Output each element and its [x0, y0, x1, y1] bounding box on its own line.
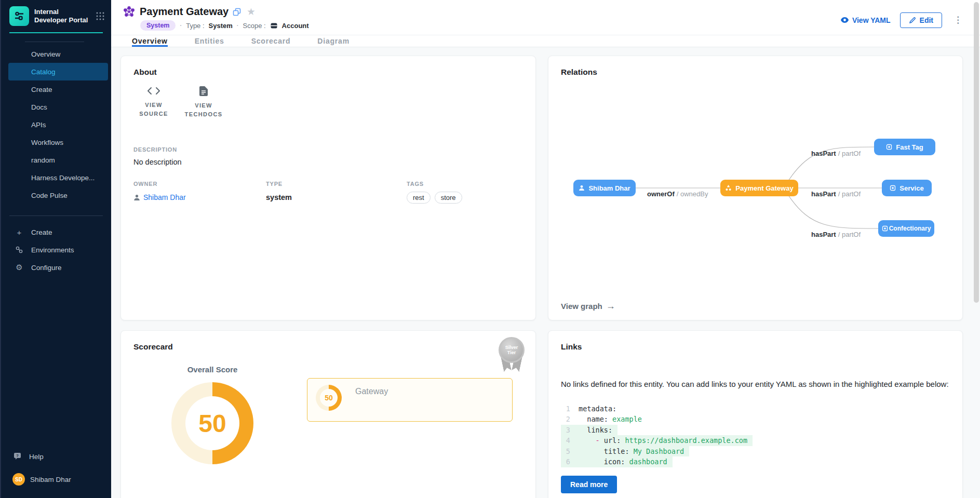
view-graph-link[interactable]: View graph →: [561, 301, 615, 312]
relation-node-confectionary[interactable]: Confectionary: [878, 220, 934, 237]
nav-divider: [25, 42, 84, 42]
code-line: 1metadata:: [561, 403, 950, 414]
tier-badge-label: Silver Tier: [503, 345, 520, 356]
overall-score-label: Overall Score: [171, 365, 253, 374]
code-line-highlighted: 4 - url: https://dashboard.example.com: [561, 435, 950, 446]
sidebar-item-harness-developer[interactable]: Harness Develope...: [8, 169, 108, 186]
relations-card: Relations Shibam Dhar Payment Gate: [548, 56, 963, 320]
tag-chip: store: [435, 192, 462, 204]
node-label: Fast Tag: [896, 143, 923, 151]
portal-logo-icon: [9, 6, 29, 26]
tab-overview[interactable]: Overview: [132, 35, 168, 47]
scorecard-title: Scorecard: [133, 342, 523, 352]
view-graph-label: View graph: [561, 302, 602, 311]
edit-button[interactable]: Edit: [900, 12, 942, 28]
edge-label-haspart-mid: hasPart/ partOf: [811, 190, 861, 198]
yaml-example-code: 1metadata: 2 name: example 3 links: 4 - …: [561, 403, 950, 467]
component-chip-icon: [882, 225, 888, 232]
view-techdocs-label: VIEW TECHDOCS: [183, 101, 224, 118]
scope-value: Account: [282, 22, 309, 30]
code-line-highlighted: 6 icon: dashboard: [561, 456, 950, 467]
pencil-icon: [909, 17, 916, 24]
entity-header: Payment Gateway ★ System · Type : System…: [111, 0, 980, 35]
avatar: SD: [12, 473, 25, 486]
tags-label: TAGS: [407, 181, 523, 187]
node-label: Shibam Dhar: [588, 184, 630, 192]
relation-node-shibam-dhar[interactable]: Shibam Dhar: [573, 180, 636, 196]
sidebar-nav: Overview Catalog Create Docs APIs Workfl…: [1, 45, 111, 204]
type-field-label: TYPE: [266, 181, 407, 187]
scope-label: Scope :: [243, 22, 266, 30]
view-source-button[interactable]: VIEW SOURCE: [133, 86, 174, 118]
sidebar-item-workflows[interactable]: Workflows: [8, 133, 108, 151]
sidebar-item-random[interactable]: random: [8, 151, 108, 169]
scorecard-gateway-card[interactable]: 50 Gateway: [307, 378, 513, 422]
module-grid-icon[interactable]: [96, 11, 105, 21]
dot-separator: ·: [180, 22, 182, 29]
eye-icon: [840, 17, 849, 23]
sidebar-action-configure[interactable]: ⚙ Configure: [1, 259, 111, 276]
owner-label: OWNER: [133, 181, 266, 187]
tab-entities[interactable]: Entities: [195, 35, 224, 47]
user-menu[interactable]: SD Shibam Dhar: [1, 466, 111, 489]
tab-scorecard[interactable]: Scorecard: [251, 35, 291, 47]
overall-score-value: 50: [198, 409, 226, 438]
sidebar-item-docs[interactable]: Docs: [8, 98, 108, 116]
tab-diagram[interactable]: Diagram: [317, 35, 350, 47]
sidebar-action-environments[interactable]: Environments: [1, 241, 111, 259]
account-scope-icon: [270, 22, 278, 30]
links-title: Links: [561, 342, 950, 352]
copy-icon[interactable]: [233, 8, 241, 16]
component-chip-icon: [886, 144, 892, 150]
code-line-highlighted: 3 links:: [561, 425, 950, 436]
edit-label: Edit: [920, 16, 933, 24]
owner-link[interactable]: Shibam Dhar: [133, 193, 266, 201]
more-options-icon[interactable]: ⋮: [951, 15, 964, 25]
person-icon: [579, 185, 585, 191]
owner-name: Shibam Dhar: [143, 193, 186, 201]
sidebar-item-overview[interactable]: Overview: [8, 45, 108, 63]
edge-label-ownerof: ownerOf/ ownedBy: [647, 190, 708, 198]
sidebar-action-label: Environments: [31, 246, 74, 254]
view-yaml-label: View YAML: [852, 16, 891, 24]
overview-content: About VIEW SOURCE VIEW TECHDOCS DESCRIPT…: [111, 47, 980, 498]
relation-node-fast-tag[interactable]: Fast Tag: [874, 139, 935, 155]
favorite-star-icon[interactable]: ★: [245, 7, 257, 17]
system-icon: [725, 185, 732, 191]
plus-icon: +: [15, 228, 24, 237]
relation-node-service[interactable]: Service: [882, 180, 932, 196]
kind-badge: System: [140, 20, 176, 31]
gear-icon: ⚙: [15, 263, 24, 272]
sidebar-item-code-pulse[interactable]: Code Pulse: [8, 186, 108, 204]
description-label: DESCRIPTION: [133, 146, 523, 153]
component-chip-icon: [890, 185, 896, 191]
help-button[interactable]: ? Help: [1, 447, 111, 466]
links-card: Links No links defined for this entity. …: [548, 330, 963, 498]
view-yaml-button[interactable]: View YAML: [840, 16, 891, 24]
sidebar-item-catalog[interactable]: Catalog: [8, 63, 108, 80]
description-value: No description: [133, 158, 523, 166]
view-source-label: VIEW SOURCE: [133, 101, 174, 118]
view-techdocs-button[interactable]: VIEW TECHDOCS: [183, 86, 224, 118]
tag-chip: rest: [407, 192, 431, 204]
brand-divider: [9, 32, 103, 33]
sidebar-item-apis[interactable]: APIs: [8, 116, 108, 133]
sidebar-item-create[interactable]: Create: [8, 80, 108, 98]
sidebar-action-create[interactable]: + Create: [1, 223, 111, 241]
environments-icon: [15, 246, 24, 254]
nav-divider: [9, 216, 103, 216]
relations-graph: Shibam Dhar Payment Gateway Fast Tag Ser…: [548, 56, 962, 320]
edge-label-haspart-top: hasPart/ partOf: [811, 150, 861, 157]
type-label: Type :: [186, 22, 204, 30]
silver-tier-seal-icon: Silver Tier: [499, 337, 525, 363]
gateway-card-label: Gateway: [355, 387, 388, 396]
relation-node-payment-gateway[interactable]: Payment Gateway: [720, 180, 798, 196]
read-more-button[interactable]: Read more: [561, 476, 617, 493]
vertical-scrollbar[interactable]: [974, 2, 979, 303]
scorecard-card: Scorecard Silver Tier Overall Score 50: [120, 330, 536, 498]
arrow-right-icon: →: [606, 301, 615, 312]
dot-separator: ·: [237, 22, 239, 29]
sidebar-action-label: Create: [31, 228, 52, 236]
tier-badge: Silver Tier: [498, 337, 525, 373]
app-root: Internal Developer Portal Overview Catal…: [0, 0, 980, 498]
